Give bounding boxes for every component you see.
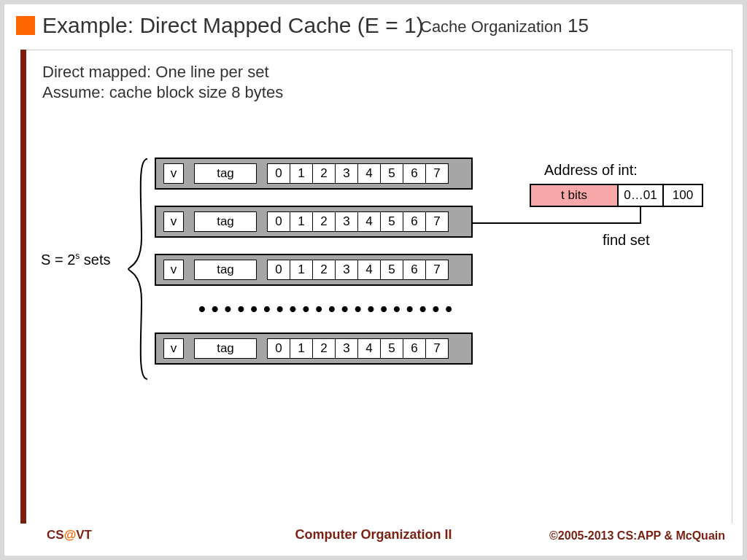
byte-cell: 1 — [290, 338, 313, 359]
byte-cell: 4 — [357, 338, 381, 359]
tag-cell: tag — [194, 211, 257, 232]
byte-cell: 0 — [267, 211, 290, 232]
set-bits-field: 0…01 — [619, 185, 664, 206]
valid-bit-cell: v — [163, 163, 184, 184]
byte-cell: 7 — [425, 338, 449, 359]
byte-cell: 3 — [335, 338, 358, 359]
byte-cell: 0 — [267, 260, 290, 280]
byte-cell: 1 — [290, 260, 313, 280]
address-bits-box: t bits 0…01 100 — [530, 184, 703, 207]
tag-bits-field: t bits — [531, 185, 619, 206]
byte-cell: 6 — [403, 211, 426, 232]
byte-cell: 4 — [357, 163, 381, 184]
ellipsis-dots: •••••••••••••••••••• — [198, 298, 473, 321]
byte-cell: 4 — [357, 260, 381, 280]
sets-label: S = 2s sets — [41, 251, 111, 268]
slide-number: 15 — [568, 15, 589, 37]
slide-title: Example: Direct Mapped Cache (E = 1) — [42, 13, 424, 38]
byte-cell: 3 — [335, 211, 358, 232]
valid-bit-cell: v — [163, 338, 184, 359]
cache-set-row: v tag 0 1 2 3 4 5 6 7 — [155, 332, 473, 365]
subtitle-line-2: Assume: cache block size 8 bytes — [42, 83, 283, 102]
byte-cell: 3 — [335, 163, 358, 184]
byte-cell: 1 — [290, 163, 313, 184]
block-bits-field: 100 — [664, 185, 702, 206]
byte-cell: 7 — [425, 211, 449, 232]
byte-cell: 5 — [380, 338, 403, 359]
byte-cell: 6 — [403, 338, 426, 359]
address-label: Address of int: — [544, 162, 638, 179]
byte-cell: 7 — [425, 260, 449, 280]
byte-cell: 2 — [312, 211, 336, 232]
byte-cell: 4 — [357, 211, 381, 232]
byte-cell: 6 — [403, 260, 426, 280]
slide-topic: Cache Organization — [420, 18, 562, 36]
byte-cell: 5 — [380, 211, 403, 232]
byte-cell: 5 — [380, 260, 403, 280]
accent-square — [16, 16, 35, 35]
side-accent-bar — [20, 50, 26, 524]
tag-cell: tag — [194, 338, 257, 359]
subtitle-line-1: Direct mapped: One line per set — [42, 63, 269, 82]
valid-bit-cell: v — [163, 211, 184, 232]
valid-bit-cell: v — [163, 260, 184, 280]
cache-set-row: v tag 0 1 2 3 4 5 6 7 — [155, 158, 473, 190]
block-bytes: 0 1 2 3 4 5 6 7 — [267, 211, 449, 232]
byte-cell: 2 — [312, 163, 336, 184]
byte-cell: 2 — [312, 338, 336, 359]
byte-cell: 0 — [267, 163, 290, 184]
byte-cell: 5 — [380, 163, 403, 184]
cache-set-row: v tag 0 1 2 3 4 5 6 7 — [155, 206, 473, 238]
byte-cell: 6 — [403, 163, 426, 184]
footer-copyright: ©2005-2013 CS:APP & McQuain — [549, 529, 725, 542]
block-bytes: 0 1 2 3 4 5 6 7 — [267, 260, 449, 280]
block-bytes: 0 1 2 3 4 5 6 7 — [267, 338, 449, 359]
byte-cell: 3 — [335, 260, 358, 280]
byte-cell: 0 — [267, 338, 290, 359]
find-set-label: find set — [603, 232, 649, 249]
byte-cell: 2 — [312, 260, 336, 280]
tag-cell: tag — [194, 260, 257, 280]
cache-set-row: v tag 0 1 2 3 4 5 6 7 — [155, 254, 473, 286]
curly-brace-icon — [127, 158, 149, 381]
block-bytes: 0 1 2 3 4 5 6 7 — [267, 163, 449, 184]
byte-cell: 7 — [425, 163, 449, 184]
byte-cell: 1 — [290, 211, 313, 232]
cache-sets-group: v tag 0 1 2 3 4 5 6 7 v tag 0 1 2 3 4 — [155, 158, 473, 381]
tag-cell: tag — [194, 163, 257, 184]
